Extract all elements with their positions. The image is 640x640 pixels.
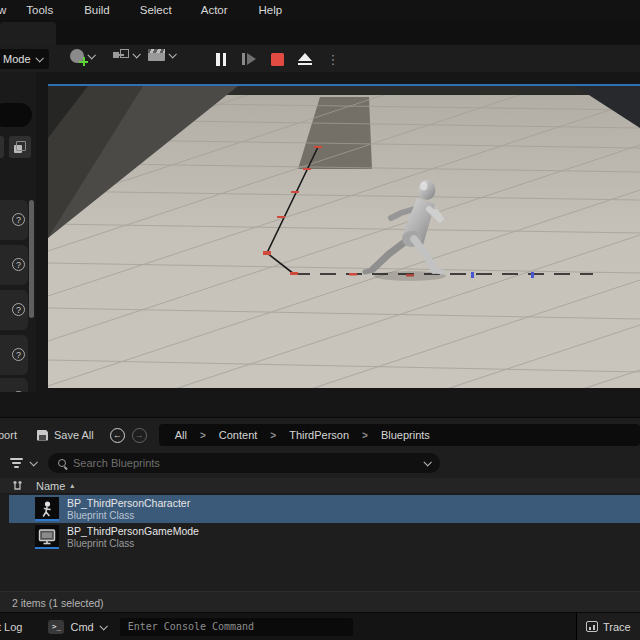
add-actor-button[interactable]: [70, 49, 94, 63]
panel-card[interactable]: ?: [0, 378, 28, 392]
help-icon: ?: [12, 213, 25, 226]
list-layout-icon[interactable]: [12, 480, 24, 492]
asset-row-gamemode[interactable]: BP_ThirdPersonGameMode Blueprint Class: [9, 523, 640, 551]
chevron-down-icon: [99, 622, 107, 630]
import-button-clipped[interactable]: port: [0, 429, 17, 441]
help-icon: ?: [12, 258, 25, 271]
help-icon: ?: [12, 303, 25, 316]
blueprint-class-color-bar: [35, 547, 59, 550]
blueprint-gamemode-thumbnail: [35, 525, 59, 549]
content-browser: port Save All ← → All > Content > ThirdP…: [0, 417, 640, 612]
play-options-button[interactable]: ⋮: [324, 50, 342, 68]
duplicate-button[interactable]: [9, 136, 31, 158]
menu-item-tools[interactable]: Tools: [24, 4, 55, 16]
level-tab[interactable]: [0, 22, 56, 45]
scrollbar[interactable]: [29, 200, 34, 318]
panel-card[interactable]: ?: [0, 290, 28, 330]
name-column-header[interactable]: Name: [36, 480, 65, 492]
level-viewport[interactable]: [48, 86, 640, 388]
save-all-button[interactable]: Save All: [37, 429, 94, 441]
asset-title: BP_ThirdPersonGameMode: [67, 525, 199, 537]
stop-icon: [271, 53, 284, 66]
trace-button[interactable]: Trace: [576, 613, 640, 640]
cmd-dropdown[interactable]: >_ Cmd: [48, 620, 105, 634]
console-icon: >_: [48, 620, 64, 634]
asset-subtitle: Blueprint Class: [67, 538, 199, 549]
asset-subtitle: Blueprint Class: [67, 510, 190, 521]
search-input[interactable]: [73, 457, 417, 469]
list-header: Name ▴: [0, 478, 640, 494]
trace-icon: [586, 621, 598, 632]
breadcrumb-separator: >: [200, 430, 206, 441]
help-icon: ?: [12, 348, 25, 361]
viewport-scene: [48, 86, 640, 388]
bottom-bar: t Log >_ Cmd Trace: [0, 612, 640, 640]
content-browser-statusbar: 2 items (1 selected): [0, 591, 640, 613]
play-controls: ⋮: [212, 47, 342, 71]
clapperboard-icon: [148, 49, 165, 61]
panel-card[interactable]: ?: [0, 335, 28, 375]
sort-ascending-icon: ▴: [70, 481, 74, 490]
blueprint-node-icon: [113, 49, 129, 61]
add-actor-icon: [70, 49, 84, 63]
cinematics-button[interactable]: [148, 49, 175, 61]
left-panel-button-clipped[interactable]: [0, 136, 4, 158]
pause-icon: [216, 53, 226, 66]
breadcrumb-separator: >: [362, 430, 368, 441]
search-box: [48, 453, 440, 473]
forward-button[interactable]: →: [132, 428, 147, 443]
blueprints-button[interactable]: [113, 49, 139, 61]
back-button[interactable]: ←: [110, 428, 125, 443]
chevron-down-icon[interactable]: [423, 458, 431, 466]
help-icon: ?: [12, 391, 25, 392]
breadcrumb: All > Content > ThirdPerson > Blueprints: [159, 424, 640, 446]
mode-label: Mode: [3, 53, 31, 65]
left-panel-dropdown[interactable]: [0, 103, 32, 127]
search-icon: [58, 459, 66, 467]
save-icon: [37, 430, 48, 441]
eject-icon: [298, 53, 312, 61]
chevron-down-icon: [35, 54, 43, 62]
filter-search-row: [0, 451, 640, 475]
unreal-editor-window: w Tools Build Select Actor Help Mode ⋮: [0, 0, 640, 640]
stop-button[interactable]: [268, 50, 286, 68]
console-command-box: [120, 618, 353, 636]
chevron-down-icon[interactable]: [29, 458, 37, 466]
asset-title: BP_ThirdPersonCharacter: [67, 497, 190, 509]
menu-item-help[interactable]: Help: [257, 4, 285, 16]
content-browser-toolbar: port Save All ← → All > Content > ThirdP…: [0, 422, 640, 448]
filter-icon[interactable]: [10, 457, 24, 469]
output-log-tab-clipped[interactable]: t Log: [0, 621, 22, 633]
items-count-text: 2 items (1 selected): [12, 597, 104, 609]
frame-skip-button[interactable]: [240, 50, 258, 68]
menu-item-build[interactable]: Build: [82, 4, 112, 16]
eject-button[interactable]: [296, 50, 314, 68]
panel-card[interactable]: ?: [0, 245, 28, 285]
copy-icon: [14, 141, 26, 153]
left-panel: ? ? ? ? ?: [0, 72, 36, 392]
asset-row-character[interactable]: BP_ThirdPersonCharacter Blueprint Class: [9, 495, 640, 523]
breadcrumb-content[interactable]: Content: [219, 429, 258, 441]
menu-bar: w Tools Build Select Actor Help: [0, 0, 640, 20]
console-command-input[interactable]: [128, 621, 345, 632]
blueprint-character-thumbnail: [35, 497, 59, 521]
breadcrumb-all[interactable]: All: [175, 429, 187, 441]
breadcrumb-blueprints[interactable]: Blueprints: [381, 429, 430, 441]
frame-skip-icon: [242, 53, 245, 65]
menu-item-clipped[interactable]: w: [0, 4, 8, 16]
menu-item-select[interactable]: Select: [138, 4, 174, 16]
select-mode-dropdown[interactable]: Mode: [0, 49, 49, 69]
breadcrumb-thirdperson[interactable]: ThirdPerson: [289, 429, 349, 441]
blueprint-class-color-bar: [35, 519, 59, 522]
menu-item-actor[interactable]: Actor: [199, 4, 230, 16]
pause-button[interactable]: [212, 50, 230, 68]
breadcrumb-separator: >: [270, 430, 276, 441]
tab-strip: [0, 20, 640, 45]
panel-card[interactable]: ?: [0, 200, 28, 240]
